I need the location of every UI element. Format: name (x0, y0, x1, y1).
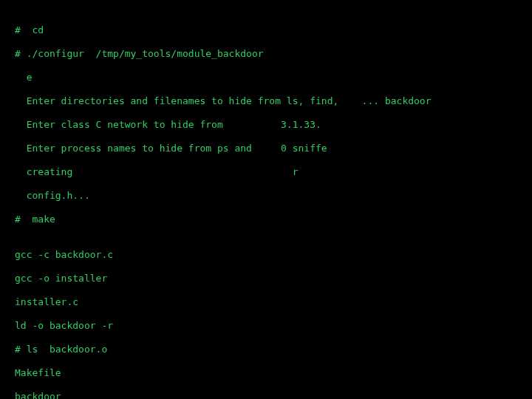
terminal-screen: # cd # ./configur /tmp/my_tools/module_b… (0, 0, 532, 399)
gcc-c: gcc -c backdoor.c (15, 249, 517, 261)
config-h: config.h... (15, 190, 517, 202)
creating-rset: creating r (15, 166, 517, 178)
enter-class-c: Enter class C network to hide from 3.1.3… (15, 119, 517, 131)
ld-o: ld -o backdoor -r (15, 320, 517, 332)
ls-backdoor-o: # ls backdoor.o (15, 344, 517, 355)
cmd-make: # make (15, 214, 517, 225)
enter-process: Enter process names to hide from ps and … (15, 143, 517, 154)
backdoor: backdoor (15, 391, 517, 399)
gcc-o: gcc -o installer (15, 273, 517, 284)
configure-cont: e (15, 72, 517, 83)
enter-dirs: Enter directories and filenames to hide … (15, 95, 517, 107)
cmd-cd-arg-and-configure: # ./configur /tmp/my_tools/module_backdo… (15, 48, 517, 60)
terminal-output: # cd # ./configur /tmp/my_tools/module_b… (15, 24, 517, 399)
cmd-cd: # cd (15, 24, 517, 36)
installer-c: installer.c (15, 296, 517, 308)
makefile: Makefile (15, 367, 517, 379)
